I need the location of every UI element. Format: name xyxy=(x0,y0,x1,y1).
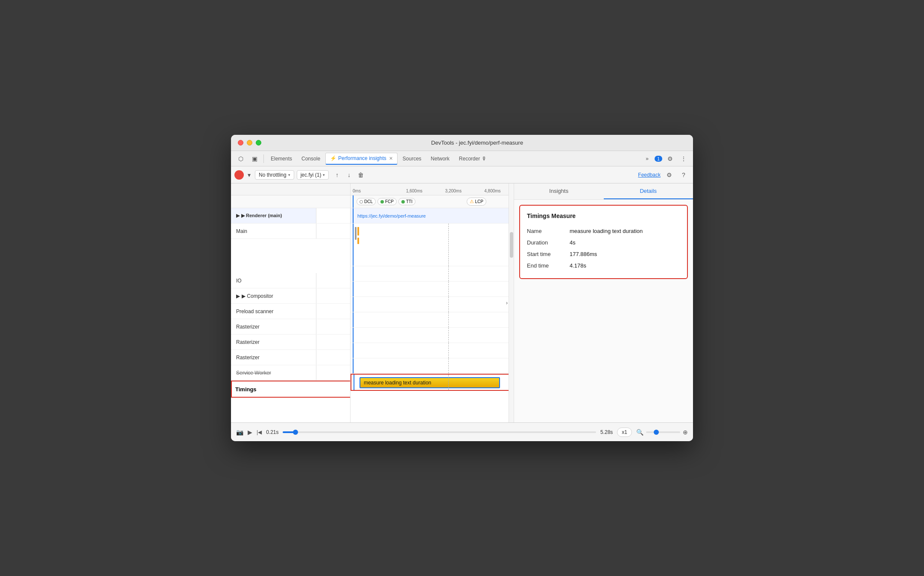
toolbar-help-icon[interactable]: ? xyxy=(678,169,690,181)
tti-flag[interactable]: TTI xyxy=(398,198,415,205)
feedback-link[interactable]: Feedback xyxy=(638,172,661,178)
lcp-warning-icon: ⚠ xyxy=(470,199,474,204)
serviceworker-track xyxy=(351,358,514,374)
expand-panel-icon[interactable]: › xyxy=(506,300,508,306)
scrollbar-thumb[interactable] xyxy=(510,232,513,258)
tti-label: TTI xyxy=(406,199,412,204)
toolbar-settings-icon[interactable]: ⚙ xyxy=(663,169,675,181)
right-panel: Insights Details Timings Measure Name me… xyxy=(514,183,693,422)
profile-arrow-icon: ▾ xyxy=(323,173,325,177)
io-label: IO xyxy=(231,273,316,288)
record-dropdown-arrow[interactable]: ▾ xyxy=(246,169,252,181)
serviceworker-label: Service Worker xyxy=(231,365,316,380)
track-row-io: IO xyxy=(231,273,350,288)
tab-details[interactable]: Details xyxy=(604,183,693,199)
tab-insights[interactable]: Insights xyxy=(514,183,604,199)
tab-performance-insights[interactable]: ⚡ Performance insights ✕ xyxy=(325,153,398,165)
track-row-serviceworker: Service Worker xyxy=(231,365,350,381)
tti-dot xyxy=(401,200,405,204)
skip-button[interactable]: |◀ xyxy=(257,429,262,435)
tab-network[interactable]: Network xyxy=(427,153,454,165)
timings-track: measure loading text duration xyxy=(351,374,514,391)
rasterizer-3-track xyxy=(351,343,514,358)
track-row-rasterizer-3: Rasterizer xyxy=(231,350,350,365)
more-tabs-button[interactable]: » xyxy=(641,153,653,165)
more-icon[interactable]: ⋮ xyxy=(678,153,690,165)
delete-icon[interactable]: 🗑 xyxy=(355,169,366,180)
renderer-expand-icon[interactable]: ▶ xyxy=(236,213,240,218)
dashed-line-r1 xyxy=(448,312,449,327)
zoom-in-icon[interactable]: ⊕ xyxy=(683,429,688,436)
timeline-ruler: 0ms 1,600ms 3,200ms 4,800ms xyxy=(351,183,514,195)
dcl-dot xyxy=(360,200,363,204)
zoom-out-icon[interactable]: 🔍 xyxy=(636,429,643,436)
tab-close-icon[interactable]: ✕ xyxy=(389,156,393,161)
record-button[interactable] xyxy=(234,170,244,180)
mini-bar-1 xyxy=(355,227,357,240)
perf-insights-icon: ⚡ xyxy=(330,155,336,161)
dashed-line-r3 xyxy=(448,343,449,358)
timeline-scrollbar[interactable] xyxy=(509,183,514,422)
row-label-end: End time xyxy=(527,262,570,269)
dashed-line-comp xyxy=(448,282,449,297)
device-icon[interactable]: ▣ xyxy=(248,153,261,165)
dcl-flag[interactable]: DCL xyxy=(357,198,376,205)
tab-recorder[interactable]: Recorder 🎙 xyxy=(455,153,491,165)
fcp-flag[interactable]: FCP xyxy=(377,198,397,205)
details-row-name: Name measure loading text duration xyxy=(527,225,680,237)
play-button[interactable]: ▶ xyxy=(248,429,252,436)
compositor-expand-icon[interactable]: ▶ xyxy=(236,293,240,299)
maximize-button[interactable] xyxy=(256,140,261,145)
minimize-button[interactable] xyxy=(247,140,252,145)
flags-row: DCL FCP TTI ⚠ LCP xyxy=(351,195,514,208)
close-button[interactable] xyxy=(238,140,243,145)
progress-slider[interactable] xyxy=(283,431,596,433)
preload-label: Preload scanner xyxy=(231,304,316,319)
upload-icon[interactable]: ↑ xyxy=(331,169,342,180)
main-label: Main xyxy=(231,224,316,239)
tab-sources[interactable]: Sources xyxy=(398,153,426,165)
speed-selector[interactable]: x1 xyxy=(617,428,632,437)
timeline-cursor xyxy=(353,195,354,208)
row-value-name: measure loading text duration xyxy=(570,228,643,234)
progress-thumb[interactable] xyxy=(293,430,298,435)
cursor-icon[interactable]: ⬡ xyxy=(234,153,247,165)
profile-selector[interactable]: jec.fyi (1) ▾ xyxy=(297,170,329,180)
ruler-spacer xyxy=(231,183,350,195)
track-row-main: Main xyxy=(231,224,350,239)
tab-elements[interactable]: Elements xyxy=(266,153,296,165)
details-row-duration: Duration 4s xyxy=(527,237,680,248)
window-title: DevTools - jec.fyi/demo/perf-measure xyxy=(268,140,686,146)
left-panel: ▶ ▶ Renderer (main) Main IO ▶ xyxy=(231,183,351,422)
lcp-label: LCP xyxy=(475,199,483,204)
zoom-controls: 🔍 ⊕ xyxy=(636,429,688,436)
dashed-line-sw xyxy=(448,358,449,373)
download-icon[interactable]: ↓ xyxy=(343,169,354,180)
preload-track xyxy=(351,297,514,312)
track-row-url: ▶ ▶ Renderer (main) xyxy=(231,208,350,224)
mini-bars-2 xyxy=(357,227,359,244)
lcp-flag[interactable]: ⚠ LCP xyxy=(467,198,486,206)
dashed-line-r2 xyxy=(448,328,449,343)
throttling-arrow-icon: ▾ xyxy=(288,173,290,177)
time-start: 0.21s xyxy=(266,429,278,435)
settings-icon[interactable]: ⚙ xyxy=(664,153,676,165)
dashed-line-preload xyxy=(448,297,449,312)
zoom-slider[interactable] xyxy=(646,431,680,433)
time-end: 5.28s xyxy=(600,429,613,435)
toolbar: ▾ No throttling ▾ jec.fyi (1) ▾ ↑ ↓ 🗑 Fe… xyxy=(231,166,693,183)
tab-console[interactable]: Console xyxy=(297,153,325,165)
mini-bars xyxy=(355,227,357,240)
devtools-window: DevTools - jec.fyi/demo/perf-measure ⬡ ▣… xyxy=(231,135,693,441)
rasterizer3-cursor xyxy=(353,343,354,358)
main-cursor xyxy=(353,224,354,266)
timings-bar[interactable]: measure loading text duration xyxy=(360,377,500,388)
rasterizer1-cursor xyxy=(353,312,354,327)
throttling-dropdown[interactable]: No throttling ▾ xyxy=(255,170,294,180)
zoom-thumb[interactable] xyxy=(654,430,659,435)
screenshot-icon[interactable]: 📷 xyxy=(236,429,243,436)
chat-badge[interactable]: 1 xyxy=(655,156,662,162)
compositor-label: ▶ ▶ Compositor xyxy=(231,288,316,303)
ruler-mark-3200: 3,200ms xyxy=(445,189,462,193)
rasterizer-1-track xyxy=(351,312,514,328)
